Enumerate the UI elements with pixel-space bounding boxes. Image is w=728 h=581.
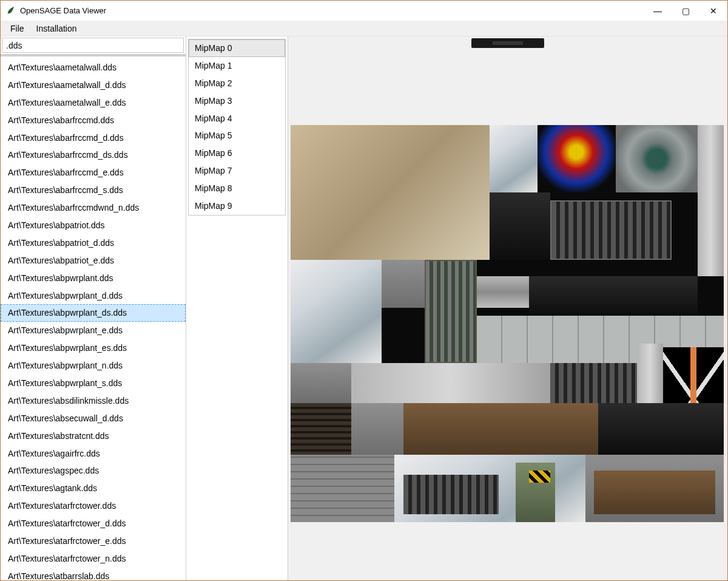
file-item[interactable]: Art\Textures\aametalwall.dds [1, 59, 186, 76]
file-item[interactable]: Art\Textures\absecuwall_d.dds [1, 410, 186, 427]
window-title: OpenSAGE Data Viewer [20, 6, 644, 15]
file-item[interactable]: Art\Textures\abarfrccmd.dds [1, 112, 186, 129]
app-icon [5, 6, 15, 16]
file-item[interactable]: Art\Textures\abpwrplant.dds [1, 270, 186, 287]
file-item[interactable]: Art\Textures\absdilinkmissle.dds [1, 392, 186, 410]
file-item[interactable]: Art\Textures\atarfrctower_n.dds [1, 550, 186, 568]
texture-region [291, 260, 382, 363]
mipmap-panel: MipMap 0MipMap 1MipMap 2MipMap 3MipMap 4… [186, 36, 288, 580]
mipmap-item[interactable]: MipMap 4 [189, 110, 285, 127]
texture-region [351, 403, 403, 455]
close-icon: ✕ [710, 6, 717, 16]
texture-region [538, 125, 616, 192]
menu-installation[interactable]: Installation [30, 22, 83, 35]
preview-panel [288, 36, 727, 580]
file-item[interactable]: Art\Textures\atbarrslab.dds [1, 568, 186, 580]
file-item[interactable]: Art\Textures\agtank.dds [1, 480, 186, 497]
main-body: Art\Textures\aametalwall.ddsArt\Textures… [1, 36, 727, 580]
file-item[interactable]: Art\Textures\abpwrplant_e.dds [1, 322, 186, 339]
mipmap-item[interactable]: MipMap 9 [189, 197, 285, 215]
filter-wrap [1, 36, 186, 54]
texture-region [291, 403, 351, 455]
mipmap-item[interactable]: MipMap 6 [189, 144, 285, 162]
texture-preview[interactable] [291, 125, 724, 522]
file-item[interactable]: Art\Textures\abpwrplant_s.dds [1, 375, 186, 392]
texture-region [291, 363, 351, 403]
file-item[interactable]: Art\Textures\abarfrccmd_ds.dds [1, 146, 186, 164]
app-window: OpenSAGE Data Viewer — ▢ ✕ File Installa… [0, 0, 728, 581]
texture-region [550, 200, 672, 260]
texture-region [598, 403, 724, 455]
menubar: File Installation [1, 21, 727, 36]
texture-region [403, 475, 499, 514]
file-list[interactable]: Art\Textures\aametalwall.ddsArt\Textures… [1, 56, 186, 580]
texture-region [698, 125, 724, 276]
grip-icon [493, 42, 523, 44]
texture-region [490, 125, 538, 192]
minimize-icon: — [653, 6, 662, 16]
texture-region [529, 471, 551, 483]
file-item[interactable]: Art\Textures\atarfrctower_e.dds [1, 532, 186, 550]
texture-region [477, 276, 529, 308]
mipmap-list[interactable]: MipMap 0MipMap 1MipMap 2MipMap 3MipMap 4… [188, 39, 286, 216]
file-item[interactable]: Art\Textures\abarfrccmd_s.dds [1, 182, 186, 199]
file-item[interactable]: Art\Textures\agairfrc.dds [1, 445, 186, 463]
mipmap-item[interactable]: MipMap 5 [189, 127, 285, 144]
file-item[interactable]: Art\Textures\abarfrccmd_d.dds [1, 129, 186, 147]
minimize-button[interactable]: — [644, 1, 672, 21]
texture-region [291, 455, 394, 522]
texture-region [291, 125, 490, 260]
texture-region [594, 471, 715, 514]
file-item[interactable]: Art\Textures\abpwrplant_n.dds [1, 357, 186, 375]
texture-region [490, 192, 550, 260]
texture-region [403, 403, 598, 455]
maximize-icon: ▢ [682, 6, 690, 16]
texture-region [550, 363, 637, 403]
file-item[interactable]: Art\Textures\abpatriot_d.dds [1, 234, 186, 252]
menu-file[interactable]: File [4, 22, 30, 35]
texture-region [351, 363, 550, 403]
mipmap-item[interactable]: MipMap 3 [189, 92, 285, 110]
file-item[interactable]: Art\Textures\abpatriot.dds [1, 217, 186, 234]
left-panel: Art\Textures\aametalwall.ddsArt\Textures… [1, 36, 186, 580]
texture-region [529, 276, 698, 316]
filter-input[interactable] [2, 38, 184, 53]
file-item[interactable]: Art\Textures\aametalwall_d.dds [1, 76, 186, 94]
mipmap-item[interactable]: MipMap 2 [189, 75, 285, 92]
file-item[interactable]: Art\Textures\aametalwall_e.dds [1, 94, 186, 112]
file-item[interactable]: Art\Textures\agspec.dds [1, 462, 186, 480]
mipmap-item[interactable]: MipMap 0 [189, 39, 285, 57]
file-item[interactable]: Art\Textures\abarfrccmdwnd_n.dds [1, 199, 186, 217]
preview-toolbar[interactable] [471, 38, 544, 48]
file-item[interactable]: Art\Textures\atarfrctower.dds [1, 497, 186, 515]
window-controls: — ▢ ✕ [644, 1, 727, 21]
file-item[interactable]: Art\Textures\atarfrctower_d.dds [1, 515, 186, 532]
texture-region [425, 260, 477, 363]
texture-region [616, 125, 698, 192]
mipmap-item[interactable]: MipMap 8 [189, 180, 285, 197]
maximize-button[interactable]: ▢ [672, 1, 699, 21]
titlebar: OpenSAGE Data Viewer — ▢ ✕ [1, 1, 727, 21]
file-item[interactable]: Art\Textures\abpatriot_e.dds [1, 252, 186, 270]
file-item[interactable]: Art\Textures\abpwrplant_es.dds [1, 339, 186, 357]
mipmap-item[interactable]: MipMap 1 [189, 57, 285, 75]
texture-region [382, 260, 425, 307]
file-item[interactable]: Art\Textures\abstratcnt.dds [1, 427, 186, 445]
file-item[interactable]: Art\Textures\abpwrplant_ds.dds [1, 304, 186, 322]
file-item[interactable]: Art\Textures\abarfrccmd_e.dds [1, 164, 186, 182]
file-item[interactable]: Art\Textures\abpwrplant_d.dds [1, 287, 186, 305]
close-button[interactable]: ✕ [699, 1, 727, 21]
mipmap-item[interactable]: MipMap 7 [189, 162, 285, 180]
